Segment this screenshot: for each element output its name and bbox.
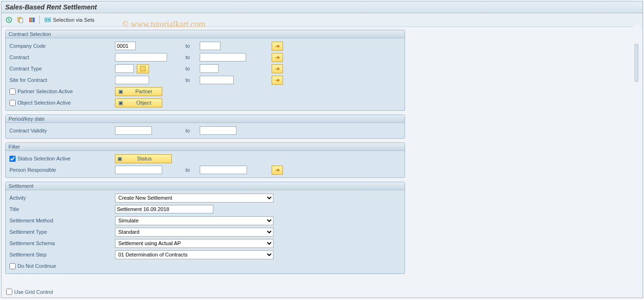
contract-label: Contract	[9, 54, 115, 60]
execute-icon[interactable]	[4, 15, 14, 25]
group-filter: Filter Status Selection Active ▣ Status …	[5, 142, 405, 178]
svg-rect-6	[45, 18, 51, 22]
scrollbar-thumb[interactable]	[635, 44, 638, 82]
use-grid-label: Use Grid Control	[14, 289, 53, 295]
footer-row: Use Grid Control	[6, 289, 53, 295]
object-selection-label: Object Selection Active	[18, 100, 115, 106]
multiselect-company-code-button[interactable]: ➜	[272, 42, 283, 51]
svg-rect-3	[29, 18, 31, 22]
outer-scrollbar[interactable]	[633, 25, 641, 296]
validity-label: Contract Validity	[9, 128, 115, 133]
company-code-label: Company Code	[9, 43, 115, 49]
status-button-label: Status	[137, 156, 151, 161]
svg-rect-5	[33, 18, 35, 22]
status-selection-checkbox[interactable]	[9, 156, 16, 162]
arrow-right-icon: ➜	[275, 77, 280, 83]
schema-select[interactable]: Settlement using Actual AP	[115, 239, 273, 248]
arrow-right-icon: ➜	[275, 43, 280, 49]
validity-to-input[interactable]	[200, 126, 237, 135]
group-title: Filter	[6, 143, 405, 151]
partner-selection-checkbox[interactable]	[9, 88, 16, 95]
site-to-input[interactable]	[200, 76, 234, 84]
method-select[interactable]: Simulate	[115, 216, 273, 225]
multiselect-contract-type-button[interactable]: ➜	[272, 64, 283, 73]
company-code-to-input[interactable]	[200, 42, 221, 50]
svg-rect-10	[141, 67, 144, 70]
contract-from-input[interactable]	[115, 53, 167, 62]
company-code-from-input[interactable]	[115, 42, 136, 50]
object-button[interactable]: ▣ Object	[115, 98, 162, 107]
content-area: Contract Selection Company Code to ➜ Con…	[1, 27, 643, 298]
do-not-continue-checkbox[interactable]	[9, 263, 16, 269]
do-not-continue-label: Do Not Continue	[18, 263, 56, 269]
contract-type-f4-button[interactable]	[137, 64, 149, 73]
expand-icon: ▣	[117, 88, 124, 95]
step-select[interactable]: 01 Determination of Contracts	[115, 250, 273, 259]
contract-to-input[interactable]	[200, 53, 246, 62]
person-from-input[interactable]	[115, 166, 162, 174]
multiselect-site-button[interactable]: ➜	[272, 76, 283, 85]
value-help-icon	[140, 66, 146, 71]
to-label: to	[181, 43, 200, 49]
contract-type-label: Contract Type	[9, 66, 115, 71]
app-window: Sales-Based Rent Settlement Selection vi…	[1, 1, 643, 298]
site-from-input[interactable]	[115, 76, 149, 84]
selection-via-sets-button[interactable]: Selection via Sets	[43, 16, 96, 24]
group-period: Period/key date Contract Validity to	[5, 115, 405, 139]
to-label: to	[181, 77, 200, 83]
method-label: Settlement Method	[9, 218, 115, 223]
activity-label: Activity	[9, 195, 115, 201]
title-input[interactable]	[115, 205, 213, 213]
to-label: to	[181, 128, 200, 133]
group-title: Settlement	[6, 182, 405, 190]
svg-rect-2	[19, 18, 23, 23]
validity-from-input[interactable]	[115, 126, 152, 135]
group-title: Contract Selection	[6, 30, 405, 38]
group-title: Period/key date	[6, 115, 405, 123]
activity-select[interactable]: Create New Settlement	[115, 194, 273, 203]
type-select[interactable]: Standard	[115, 228, 273, 237]
object-selection-checkbox[interactable]	[9, 100, 16, 106]
group-contract-selection: Contract Selection Company Code to ➜ Con…	[5, 30, 405, 111]
use-grid-checkbox[interactable]	[6, 289, 12, 295]
arrow-right-icon: ➜	[275, 54, 280, 61]
contract-type-to-input[interactable]	[200, 64, 219, 73]
step-label: Settlement Step	[9, 252, 115, 257]
to-label: to	[181, 66, 200, 71]
expand-icon: ▣	[117, 100, 124, 106]
type-label: Settlement Type	[9, 229, 115, 235]
title-label: Title	[9, 206, 115, 212]
group-settlement: Settlement Activity Create New Settlemen…	[5, 182, 405, 274]
person-label: Person Responsible	[9, 167, 115, 173]
multiselect-contract-button[interactable]: ➜	[272, 53, 283, 62]
to-label: to	[181, 54, 200, 60]
toolbar-separator	[39, 16, 40, 24]
selection-via-sets-label: Selection via Sets	[53, 17, 94, 23]
site-label: Site for Contract	[9, 77, 115, 83]
expand-icon: ▣	[117, 156, 122, 162]
toolbar: Selection via Sets	[1, 13, 643, 27]
page-title: Sales-Based Rent Settlement	[5, 3, 97, 11]
title-bar: Sales-Based Rent Settlement	[1, 1, 643, 13]
arrow-right-icon: ➜	[275, 66, 280, 72]
partner-button[interactable]: ▣ Partner	[115, 87, 162, 96]
status-button[interactable]: ▣ Status	[115, 154, 172, 163]
status-selection-label: Status Selection Active	[18, 156, 115, 161]
person-to-input[interactable]	[200, 166, 247, 174]
svg-rect-4	[31, 18, 33, 22]
svg-rect-8	[48, 19, 50, 21]
arrow-right-icon: ➜	[275, 167, 280, 173]
svg-rect-7	[46, 19, 47, 21]
to-label: to	[181, 167, 200, 173]
variant-icon[interactable]	[16, 15, 25, 25]
multiselect-person-button[interactable]: ➜	[272, 166, 283, 175]
partner-button-label: Partner	[126, 88, 162, 94]
object-button-label: Object	[126, 100, 162, 106]
dynamic-selections-icon[interactable]	[27, 15, 36, 25]
sets-icon	[44, 17, 51, 23]
partner-selection-label: Partner Selection Active	[18, 88, 115, 94]
schema-label: Settlement Schema	[9, 240, 115, 246]
contract-type-from-input[interactable]	[115, 64, 134, 73]
